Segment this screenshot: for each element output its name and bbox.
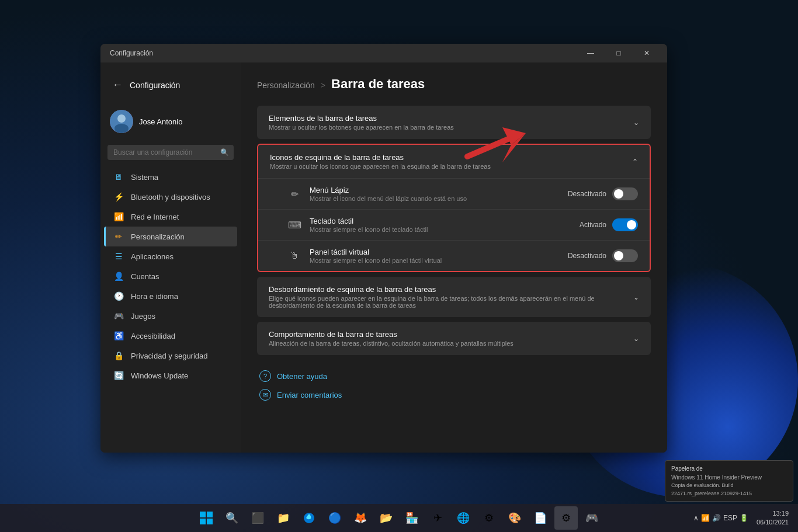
sidebar-item-cuentas[interactable]: 👤 Cuentas [104, 266, 237, 286]
lapiz-icon: ✏ [286, 186, 303, 202]
section-desbordamiento-subtitle: Elige qué iconos pueden aparecer en la e… [269, 295, 633, 309]
lapiz-status-label: Desactivado [568, 190, 606, 198]
taskbar: 🔍 ⬛ 📁 🔵 🦊 📂 🏪 ✈ 🌐 ⚙ 🎨 📄 ⚙ 🎮 ∧ 📶 🔊 ESP 🔋 [0, 504, 798, 532]
lapiz-toggle[interactable] [612, 187, 638, 200]
taskbar-firefox-button[interactable]: 🦊 [349, 506, 372, 530]
setting-menu-lapiz: ✏ Menú Lápiz Mostrar el icono del menú d… [258, 179, 650, 210]
taskbar-explorer-button[interactable]: 📁 [272, 506, 295, 530]
sidebar-item-sistema[interactable]: 🖥 Sistema [104, 167, 237, 187]
aplicaciones-icon: ☰ [113, 251, 124, 262]
sidebar-item-bluetooth[interactable]: ⚡ Bluetooth y dispositivos [104, 187, 237, 207]
taskbar-taskview-button[interactable]: ⬛ [246, 506, 269, 530]
help-links: ? Obtener ayuda ✉ Enviar comentarios [257, 367, 651, 404]
tray-arrow[interactable]: ∧ [693, 514, 699, 522]
search-icon: 🔍 [220, 148, 229, 157]
sidebar-item-label: Sistema [131, 173, 158, 182]
svg-rect-8 [200, 519, 206, 524]
minimize-button[interactable]: — [577, 44, 604, 62]
sidebar-item-windowsupdate[interactable]: 🔄 Windows Update [104, 366, 237, 385]
sidebar-item-privacidad[interactable]: 🔒 Privacidad y seguridad [104, 346, 237, 366]
network-icon: 📶 [113, 211, 124, 222]
sidebar-item-accesibilidad[interactable]: ♿ Accesibilidad [104, 326, 237, 346]
maximize-button[interactable]: □ [605, 44, 632, 62]
section-comportamiento-subtitle: Alineación de la barra de tareas, distin… [269, 340, 514, 347]
section-elementos-text: Elementos de la barra de tareas Mostrar … [269, 114, 454, 131]
clock[interactable]: 13:19 06/10/2021 [752, 509, 793, 527]
taskbar-ps-button[interactable]: 🎨 [503, 506, 526, 530]
sidebar-item-label: Cuentas [131, 272, 159, 281]
sidebar-item-hora[interactable]: 🕐 Hora e idioma [104, 286, 237, 306]
sidebar-item-label: Accesibilidad [131, 332, 175, 340]
taskbar-store-button[interactable]: 🏪 [400, 506, 424, 530]
taskbar-search-button[interactable]: 🔍 [220, 506, 244, 530]
setting-teclado-desc: Mostrar siempre el icono del teclado tác… [310, 226, 580, 233]
taskbar-browser2-button[interactable]: 🌐 [452, 506, 475, 530]
section-desbordamiento-header[interactable]: Desbordamiento de esquina de la barra de… [257, 277, 651, 317]
close-button[interactable]: ✕ [633, 44, 660, 62]
teclado-toggle[interactable] [612, 218, 638, 231]
taskbar-chrome-button[interactable]: 🔵 [323, 506, 346, 530]
taskbar-center: 🔍 ⬛ 📁 🔵 🦊 📂 🏪 ✈ 🌐 ⚙ 🎨 📄 ⚙ 🎮 [195, 506, 603, 530]
page-title-row: Personalización > Barra de tareas [257, 77, 651, 92]
chevron-down3-icon: ⌄ [633, 335, 639, 343]
notification-line2: Windows 11 Home Insider Preview [671, 473, 787, 482]
section-iconos-text: Iconos de esquina de la barra de tareas … [270, 153, 491, 170]
section-desbordamiento: Desbordamiento de esquina de la barra de… [257, 277, 651, 317]
lang-indicator: ESP [723, 514, 737, 522]
setting-panel-name: Panel táctil virtual [310, 248, 568, 256]
section-elementos-title: Elementos de la barra de tareas [269, 114, 454, 123]
sidebar-header: ← Configuración [100, 72, 241, 98]
clock-time: 13:19 [757, 509, 789, 518]
sidebar-item-label: Aplicaciones [131, 252, 174, 261]
start-button[interactable] [195, 506, 218, 530]
juegos-icon: 🎮 [113, 311, 124, 321]
update-icon: 🔄 [113, 370, 124, 381]
back-button[interactable]: ← [110, 77, 125, 93]
taskbar-acrobat-button[interactable]: 📄 [529, 506, 552, 530]
tray-battery: 🔋 [740, 514, 748, 522]
section-iconos-subtitle: Mostrar u ocultar los iconos que aparece… [270, 163, 491, 170]
sidebar-item-personalizacion[interactable]: ✏ Personalización [104, 227, 237, 246]
setting-lapiz-control: Desactivado [568, 187, 638, 200]
sidebar-item-aplicaciones[interactable]: ☰ Aplicaciones [104, 246, 237, 266]
setting-panel-tactil: 🖱 Panel táctil virtual Mostrar siempre e… [258, 241, 650, 271]
taskbar-settings2-button[interactable]: ⚙ [554, 506, 578, 530]
teclado-toggle-thumb [627, 220, 636, 230]
avatar[interactable] [110, 110, 133, 133]
notification-line1: Papelera de [671, 464, 787, 473]
taskbar-files-button[interactable]: 📂 [374, 506, 398, 530]
sidebar-item-label: Privacidad y seguridad [131, 352, 208, 360]
section-iconos-header[interactable]: Iconos de esquina de la barra de tareas … [258, 145, 650, 179]
taskbar-settings-button[interactable]: ⚙ [477, 506, 501, 530]
taskbar-edge-button[interactable] [297, 506, 321, 530]
enviar-comentarios-link[interactable]: ✉ Enviar comentarios [259, 385, 648, 404]
sidebar-item-red[interactable]: 📶 Red e Internet [104, 207, 237, 227]
obtener-ayuda-link[interactable]: ? Obtener ayuda [259, 367, 648, 385]
section-iconos-title: Iconos de esquina de la barra de tareas [270, 153, 491, 162]
taskbar-steam-button[interactable]: 🎮 [580, 506, 603, 530]
panel-toggle[interactable] [612, 249, 638, 262]
main-content: Personalización > Barra de tareas Elemen… [241, 62, 667, 453]
sidebar-item-label: Bluetooth y dispositivos [131, 193, 210, 201]
sidebar-item-juegos[interactable]: 🎮 Juegos [104, 306, 237, 326]
sidebar: ← Configuración Jose Antonio 🔍 [100, 62, 241, 453]
breadcrumb-parent: Personalización [257, 81, 315, 90]
tray-speaker: 🔊 [712, 514, 721, 522]
section-comportamiento-title: Comportamiento de la barra de tareas [269, 330, 514, 339]
setting-panel-control: Desactivado [568, 249, 638, 262]
privacidad-icon: 🔒 [113, 350, 124, 361]
sidebar-item-label: Red e Internet [131, 213, 179, 221]
accesibilidad-icon: ♿ [113, 331, 124, 341]
notification-line3: Copia de evaluación. Build 22471.rs_prer… [671, 482, 787, 498]
search-input[interactable] [107, 145, 234, 160]
section-elementos-header[interactable]: Elementos de la barra de tareas Mostrar … [257, 106, 651, 139]
taskbar-telegram-button[interactable]: ✈ [426, 506, 449, 530]
teclado-icon: ⌨ [286, 217, 303, 233]
section-comportamiento-header[interactable]: Comportamiento de la barra de tareas Ali… [257, 322, 651, 355]
window-body: ← Configuración Jose Antonio 🔍 [100, 62, 667, 453]
window-title: Configuración [110, 49, 153, 57]
feedback-icon: ✉ [259, 389, 271, 401]
chevron-up-icon: ⌃ [632, 158, 638, 166]
svg-rect-9 [207, 519, 213, 524]
chevron-down2-icon: ⌄ [633, 293, 639, 301]
